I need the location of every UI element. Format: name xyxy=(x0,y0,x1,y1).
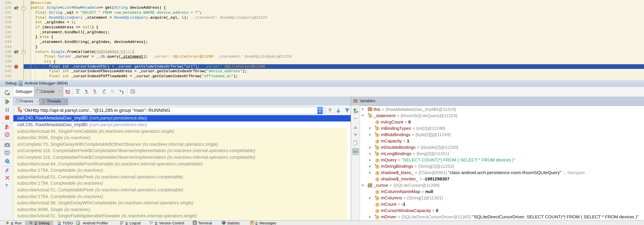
svg-text:f: f xyxy=(370,114,371,118)
svg-text:f: f xyxy=(377,158,378,162)
svg-text:f: f xyxy=(377,165,378,168)
svg-text:f: f xyxy=(377,203,378,207)
svg-text:f: f xyxy=(377,209,378,213)
svg-text:f: f xyxy=(377,139,378,143)
svg-text:f: f xyxy=(377,171,378,175)
svg-text:f: f xyxy=(377,133,378,137)
svg-text:f: f xyxy=(377,178,378,181)
svg-text:f: f xyxy=(377,190,378,194)
svg-text:f: f xyxy=(377,120,378,124)
svg-text:f: f xyxy=(377,146,378,149)
svg-text:f: f xyxy=(377,127,378,130)
svg-text:f: f xyxy=(377,152,378,156)
svg-text:f: f xyxy=(377,216,378,219)
svg-text:f: f xyxy=(377,197,378,200)
